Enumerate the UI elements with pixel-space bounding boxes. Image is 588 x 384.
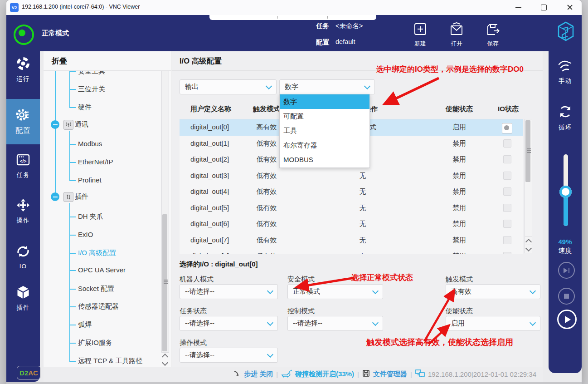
table-scroll-up-button[interactable]: [525, 236, 532, 245]
tree-item-three-position-switch[interactable]: 三位开关: [78, 85, 105, 94]
selected-io-label: 选择的I/O : digital_out[0]: [180, 260, 258, 269]
sidebar-item-io[interactable]: IO: [6, 244, 40, 270]
io-state-indicator[interactable]: [503, 204, 511, 212]
sidebar-item-task[interactable]: </> 任务: [6, 153, 40, 179]
cell-name: digital_out[3]: [190, 172, 229, 179]
save-button[interactable]: 保存: [483, 22, 502, 49]
dropdown-option-digital[interactable]: 数字: [280, 94, 369, 109]
table-row[interactable]: digital_out[8]低有效无禁用: [180, 248, 523, 254]
collapse-minus-icon[interactable]: [51, 192, 59, 201]
sidebar-item-operate[interactable]: 操作: [6, 198, 40, 225]
io-state-indicator[interactable]: [503, 236, 511, 244]
tree-item-safety-tool[interactable]: 安全工具: [78, 71, 105, 76]
safety-mode-select[interactable]: 正常模式: [287, 284, 383, 299]
sidebar-operate-label: 操作: [17, 217, 30, 225]
manual-mode-button[interactable]: 手动: [549, 59, 582, 85]
stop-button[interactable]: [558, 288, 575, 305]
io-state-indicator[interactable]: [503, 220, 511, 228]
tree-item-exio[interactable]: ExIO: [78, 231, 93, 238]
io-type-dropdown-list: 数字 可配置 工具 布尔寄存器 MODBUS: [279, 94, 370, 168]
table-scroll-down-button[interactable]: [525, 245, 532, 253]
step-forward-button[interactable]: [558, 262, 575, 279]
sidebar-io-label: IO: [19, 263, 27, 270]
tree-item-profinet[interactable]: Profinet: [78, 176, 102, 184]
file-manager-button[interactable]: 文件管理器: [373, 370, 407, 379]
robot-mode-select[interactable]: --请选择--: [180, 284, 278, 299]
dropdown-option-tool[interactable]: 工具: [280, 123, 369, 138]
open-button[interactable]: 打开: [447, 22, 466, 49]
tree-scrollbar[interactable]: [161, 71, 169, 353]
cell-action: 无: [340, 187, 385, 196]
tree-scroll-up-button[interactable]: [161, 352, 168, 359]
tree-scrollbar-thumb[interactable]: [162, 214, 167, 351]
chevron-down-icon: [161, 359, 168, 365]
table-scrollbar[interactable]: [525, 119, 532, 237]
tree-item-communication[interactable]: 通讯: [75, 120, 88, 129]
enable-state-label: 使能状态: [446, 307, 473, 315]
chevron-down-icon: [267, 320, 273, 326]
tree-item-dh-gripper[interactable]: DH 夹爪: [78, 212, 103, 221]
sidebar-item-plugin[interactable]: 插件: [6, 285, 40, 312]
table-row[interactable]: digital_out[3]低有效无禁用: [180, 168, 523, 185]
table-row[interactable]: digital_out[7]低有效无禁用: [180, 232, 523, 249]
play-button[interactable]: [557, 310, 577, 329]
tree-item-opc-ua-server[interactable]: OPC UA Server: [78, 266, 126, 274]
tree-item-extended-io-service[interactable]: 扩展IO服务: [78, 339, 112, 347]
step-mode-toggle[interactable]: 步进 关闭: [244, 370, 273, 379]
cell-enable: 禁用: [437, 187, 482, 196]
dropdown-option-modbus[interactable]: MODBUS: [280, 153, 369, 167]
table-row[interactable]: digital_out[6]低有效无禁用: [180, 216, 523, 233]
sidebar-item-config[interactable]: 配置: [6, 99, 40, 144]
close-button[interactable]: [561, 0, 579, 15]
tree-item-remote-tcp-toolpath[interactable]: 远程 TCP & 工具路径: [78, 357, 142, 365]
cell-trigger: 低有效: [244, 236, 289, 245]
io-type-select[interactable]: 数字: [279, 79, 375, 94]
io-state-indicator-active[interactable]: [502, 123, 512, 133]
io-state-indicator[interactable]: [503, 139, 511, 148]
speed-slider-thumb[interactable]: [559, 186, 572, 198]
io-state-indicator[interactable]: [503, 155, 511, 163]
cycle-mode-button[interactable]: 循环: [549, 103, 582, 132]
table-row[interactable]: digital_out[5]低有效无禁用: [180, 200, 523, 217]
chevron-down-icon: [267, 351, 273, 358]
tree-item-plugin-node[interactable]: 插件: [75, 192, 88, 201]
save-button-label: 保存: [487, 40, 499, 48]
operation-mode-select[interactable]: --请选择--: [180, 348, 278, 363]
vnc-toolbar-notch[interactable]: [209, 15, 376, 20]
tree-item-ethernet-ip[interactable]: EtherNet/IP: [78, 158, 113, 166]
io-state-indicator[interactable]: [503, 252, 511, 254]
cycle-icon: [557, 103, 573, 122]
maximize-button[interactable]: [535, 0, 553, 15]
control-mode-select[interactable]: --请选择--: [287, 316, 383, 331]
task-state-select[interactable]: --请选择--: [180, 316, 278, 331]
mode-status-ring[interactable]: [14, 25, 34, 45]
tree-scroll-down-button[interactable]: [161, 360, 168, 367]
tree-stub: [69, 180, 76, 181]
dropdown-option-configurable[interactable]: 可配置: [280, 109, 369, 123]
table-row[interactable]: digital_out[4]低有效无禁用: [180, 184, 523, 201]
save-icon: [486, 22, 500, 39]
robot-mode-value: --请选择--: [185, 287, 214, 295]
tree-stub: [69, 289, 76, 290]
io-direction-select[interactable]: 输出: [180, 79, 277, 94]
sidebar-item-run[interactable]: 运行: [6, 56, 40, 83]
io-state-indicator[interactable]: [503, 172, 511, 180]
dropdown-option-bool-register[interactable]: 布尔寄存器: [280, 138, 369, 153]
speed-value: 49%: [549, 238, 582, 246]
tree-item-sensor-adapter[interactable]: 传感器适配器: [78, 302, 119, 311]
trigger-mode-select[interactable]: 高有效: [446, 284, 540, 299]
collision-detect-toggle[interactable]: 碰撞检测开启(33%): [295, 370, 354, 379]
collapse-minus-icon[interactable]: [51, 120, 59, 129]
enable-state-select[interactable]: 启用: [446, 316, 540, 331]
minimize-button[interactable]: [509, 0, 527, 15]
tree-item-io-advanced-config[interactable]: I/O 高级配置: [78, 249, 116, 257]
cube-icon: [16, 285, 30, 301]
tree-item-socket-config[interactable]: Socket 配置: [78, 285, 114, 293]
tree-item-arc-welding[interactable]: 弧焊: [78, 320, 92, 329]
table-scrollbar-thumb[interactable]: [525, 120, 530, 182]
new-button[interactable]: 新建: [411, 22, 430, 49]
io-state-indicator[interactable]: [503, 187, 511, 196]
tree-collapse-header[interactable]: 折叠: [52, 56, 67, 66]
tree-item-hardware[interactable]: 硬件: [78, 103, 92, 112]
tree-item-modbus[interactable]: Modbus: [78, 140, 102, 148]
